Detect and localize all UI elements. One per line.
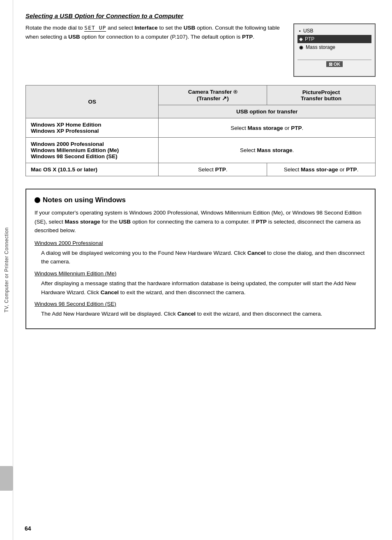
os-cell-winxp: Windows XP Home EditionWindows XP Profes… bbox=[26, 118, 159, 138]
subsection-title-winme: Windows Millennium Edition (Me) bbox=[35, 270, 367, 277]
win2000-usb-cell: Select Mass storage. bbox=[159, 138, 376, 163]
camera-menu-usb: ▪ USB bbox=[297, 27, 371, 35]
side-tab bbox=[0, 466, 13, 491]
mac-picture-project-cell: Select Mass stor-age or PTP. bbox=[267, 163, 376, 176]
mass-storage-icon: ◉ bbox=[299, 45, 303, 50]
subsection-text-win2000: A dialog will be displayed welcoming you… bbox=[41, 249, 367, 266]
winxp-usb-cell: Select Mass storage or PTP. bbox=[159, 118, 376, 138]
subsection-text-win98: The Add New Hardware Wizard will be disp… bbox=[41, 309, 367, 318]
intro-text-1: Rotate the mode dial to bbox=[25, 25, 83, 31]
ok-button-label: ⊠ OK bbox=[326, 61, 343, 67]
notes-body: If your computer's operating system is W… bbox=[35, 208, 367, 235]
camera-menu-usb-label: USB bbox=[303, 28, 314, 34]
table-header-os: OS bbox=[26, 85, 159, 118]
table-header-picture-project: PictureProjectTransfer button bbox=[267, 85, 376, 105]
intro-text: Rotate the mode dial to SET UP and selec… bbox=[25, 23, 285, 77]
usb-icon: ▪ bbox=[299, 28, 301, 33]
bullet-icon bbox=[35, 197, 40, 203]
os-cell-mac: Mac OS X (10.1.5 or later) bbox=[26, 163, 159, 176]
side-label-text: TV, Computer or Printer Connection bbox=[4, 227, 9, 312]
intro-block: Rotate the mode dial to SET UP and selec… bbox=[25, 23, 376, 77]
table-row: Windows 2000 ProfessionalWindows Millenn… bbox=[26, 138, 376, 163]
main-content: Selecting a USB Option for Connection to… bbox=[13, 0, 392, 540]
usb-table: OS Camera Transfer ®(Transfer ↗) Picture… bbox=[25, 85, 376, 176]
table-row: Mac OS X (10.1.5 or later) Select PTP. S… bbox=[26, 163, 376, 176]
camera-menu-ptp: ◈ PTP bbox=[297, 35, 371, 43]
camera-ok-bar: ⊠ OK bbox=[297, 60, 371, 67]
table-row: Windows XP Home EditionWindows XP Profes… bbox=[26, 118, 376, 138]
page-number: 64 bbox=[25, 525, 31, 532]
camera-ui-box: ▪ USB ◈ PTP ◉ Mass storage ⊠ OK bbox=[293, 23, 376, 77]
camera-menu-mass-storage: ◉ Mass storage bbox=[297, 43, 371, 51]
subsection-title-win2000: Windows 2000 Professional bbox=[35, 240, 367, 246]
table-header-usb-option: USB option for transfer bbox=[159, 105, 376, 118]
side-label: TV, Computer or Printer Connection bbox=[0, 0, 13, 540]
section-title: Selecting a USB Option for Connection to… bbox=[25, 12, 376, 19]
camera-menu-ptp-label: PTP bbox=[305, 36, 314, 42]
camera-menu-mass-storage-label: Mass storage bbox=[306, 44, 335, 50]
notes-title: Notes on using Windows bbox=[35, 196, 367, 204]
mac-camera-transfer-cell: Select PTP. bbox=[159, 163, 267, 176]
notes-section: Notes on using Windows If your computer'… bbox=[25, 189, 376, 329]
subsection-text-winme: After displaying a message stating that … bbox=[41, 279, 367, 297]
ptp-icon: ◈ bbox=[299, 37, 302, 42]
setup-text: SET UP bbox=[84, 25, 106, 32]
table-header-camera-transfer: Camera Transfer ®(Transfer ↗) bbox=[159, 85, 267, 105]
subsection-title-win98: Windows 98 Second Edition (SE) bbox=[35, 301, 367, 307]
notes-title-text: Notes on using Windows bbox=[43, 196, 126, 204]
os-cell-win2000: Windows 2000 ProfessionalWindows Millenn… bbox=[26, 138, 159, 163]
